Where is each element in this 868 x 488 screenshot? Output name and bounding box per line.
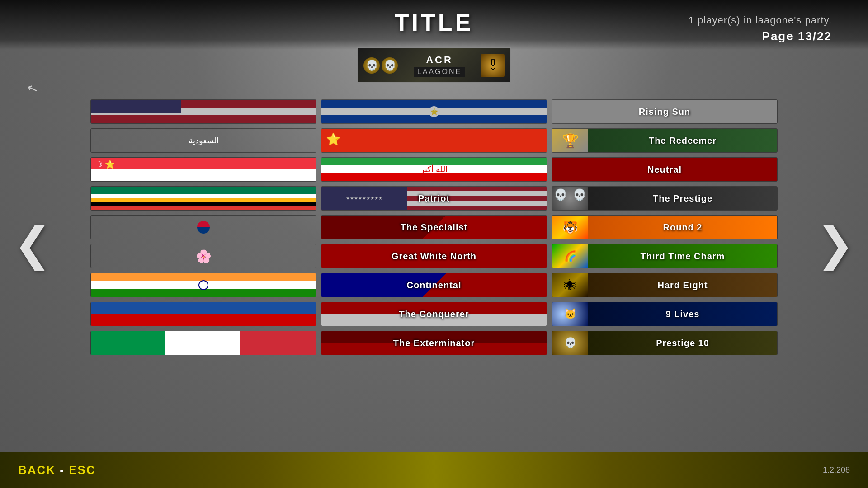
flag-singapore: ☽ ⭐ <box>91 158 316 181</box>
title-item-prestige10[interactable]: 💀 Prestige 10 <box>552 331 778 355</box>
hardeight-label: Hard Eight <box>588 280 777 291</box>
flag-china: ⭐ <box>321 129 547 152</box>
round2-label: Round 2 <box>588 222 777 233</box>
gwn-label: Great White North <box>321 244 547 268</box>
redeemer-label: The Redeemer <box>588 136 777 146</box>
skull-icon-right: 💀 <box>382 57 398 74</box>
prestige10-label: Prestige 10 <box>588 338 777 348</box>
flag-us-label <box>91 100 316 123</box>
title-item-specialist[interactable]: The Specialist <box>321 215 547 239</box>
skull-icon-left: 💀 <box>363 57 380 74</box>
flag-iran: الله أكبر <box>321 158 547 181</box>
nav-arrow-left[interactable]: ❮ <box>14 221 52 267</box>
party-info: 1 player(s) in laagone's party. <box>689 14 832 26</box>
title-item-korea[interactable] <box>90 215 316 239</box>
continental-label: Continental <box>321 273 547 297</box>
main-grid: ⭐ Rising Sun السعودية ⭐ 🏆 The Redeemer ☽… <box>90 99 778 447</box>
back-label: BACK - ESC <box>18 463 96 477</box>
card-skulls: 💀 💀 <box>363 57 398 74</box>
hardeight-thumb: 🕷 <box>552 273 588 297</box>
thirdtime-thumb: 🌈 <box>552 244 588 268</box>
version-label: 1.2.208 <box>823 465 850 475</box>
title-item-china[interactable]: ⭐ <box>321 128 547 153</box>
title-item-hongkong[interactable]: 🌸 <box>90 244 316 268</box>
title-item-flag-us[interactable] <box>90 99 316 124</box>
title-item-exterminator[interactable]: The Exterminator <box>321 331 547 355</box>
page-title: TITLE <box>395 9 473 36</box>
flag-korea <box>91 216 316 239</box>
conqueror-label: The Conquerer <box>321 302 547 326</box>
prestige-thumb: 💀 💀 <box>552 187 588 210</box>
title-item-patriot[interactable]: ★★★★★★★★★ Patriot <box>321 186 547 211</box>
elsalvador-label <box>321 100 547 123</box>
round2-thumb: 🐯 <box>552 216 588 239</box>
header: TITLE 1 player(s) in laagone's party. Pa… <box>0 0 868 36</box>
title-item-hardeight[interactable]: 🕷 Hard Eight <box>552 273 778 297</box>
card-emblem: 🎖 <box>481 54 505 77</box>
title-item-thirdtime[interactable]: 🌈 Third Time Charm <box>552 244 778 268</box>
card-name: LAAGONE <box>414 67 465 77</box>
nav-arrow-right[interactable]: ❯ <box>816 221 854 267</box>
title-item-conqueror[interactable]: The Conquerer <box>321 302 547 326</box>
title-item-gwn[interactable]: Great White North <box>321 244 547 268</box>
title-item-neutral[interactable]: Neutral <box>552 157 778 182</box>
title-item-9lives[interactable]: 🐱 9 Lives <box>552 302 778 326</box>
flag-hongkong: 🌸 <box>91 244 316 268</box>
rising-sun-label: Rising Sun <box>552 107 777 117</box>
title-item-prestige[interactable]: 💀 💀 The Prestige <box>552 186 778 211</box>
flag-mixed <box>91 302 316 326</box>
neutral-label: Neutral <box>552 164 777 175</box>
thirdtime-label: Third Time Charm <box>588 251 777 262</box>
title-item-elsalvador[interactable]: ⭐ <box>321 99 547 124</box>
flag-italy <box>91 331 316 355</box>
card-weapon: ACR <box>398 54 481 66</box>
9lives-label: 9 Lives <box>588 309 777 319</box>
back-text: BACK <box>18 463 56 477</box>
title-item-continental[interactable]: Continental <box>321 273 547 297</box>
exterminator-label: The Exterminator <box>321 331 547 355</box>
title-item-india[interactable] <box>90 273 316 297</box>
title-item-singapore[interactable]: ☽ ⭐ <box>90 157 316 182</box>
title-item-iran[interactable]: الله أكبر <box>321 157 547 182</box>
page-indicator: Page 13/22 <box>762 29 832 43</box>
player-card: 💀 💀 ACR LAAGONE 🎖 <box>357 47 511 83</box>
title-item-rising-sun[interactable]: Rising Sun <box>552 99 778 124</box>
flag-southafrica <box>91 187 316 210</box>
specialist-label: The Specialist <box>321 216 547 239</box>
card-content: ACR LAAGONE <box>398 54 481 77</box>
title-item-saudi[interactable]: السعودية <box>90 128 316 153</box>
title-item-redeemer[interactable]: 🏆 The Redeemer <box>552 128 778 153</box>
title-item-round2[interactable]: 🐯 Round 2 <box>552 215 778 239</box>
redeemer-thumb: 🏆 <box>552 129 588 152</box>
prestige-label: The Prestige <box>588 193 777 204</box>
title-item-mixed[interactable] <box>90 302 316 326</box>
patriot-label: Patriot <box>321 187 547 210</box>
title-item-italy[interactable] <box>90 331 316 355</box>
flag-india <box>91 273 316 297</box>
9lives-thumb: 🐱 <box>552 302 588 326</box>
back-key[interactable]: ESC <box>69 463 95 477</box>
bottom-bar: BACK - ESC 1.2.208 <box>0 452 868 488</box>
flag-saudi: السعودية <box>91 129 316 152</box>
prestige10-thumb: 💀 <box>552 331 588 355</box>
title-item-southafrica[interactable] <box>90 186 316 211</box>
